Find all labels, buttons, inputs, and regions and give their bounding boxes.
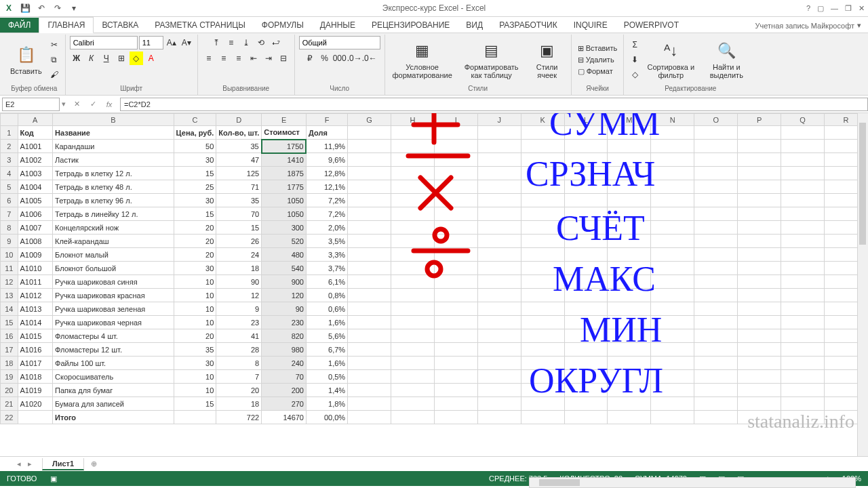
cell-C21[interactable]: 15 — [174, 397, 216, 411]
cell-C17[interactable]: 35 — [174, 343, 216, 357]
cell-E6[interactable]: 1050 — [262, 194, 307, 207]
cell-G8[interactable] — [348, 221, 391, 235]
cell-F8[interactable]: 2,0% — [306, 221, 347, 235]
cell-M8[interactable] — [608, 221, 651, 235]
cell-A18[interactable]: A1017 — [18, 357, 53, 370]
align-bottom-icon[interactable]: ⤓ — [239, 36, 253, 49]
cell-Q17[interactable] — [781, 343, 825, 357]
col-header-C[interactable]: C — [174, 114, 216, 126]
cell-N12[interactable] — [651, 275, 694, 289]
cell-C14[interactable]: 10 — [174, 302, 216, 316]
cell-B11[interactable]: Блокнот большой — [53, 262, 174, 275]
cell-F14[interactable]: 0,6% — [306, 302, 347, 316]
cell-L22[interactable] — [564, 411, 608, 424]
cell-D16[interactable]: 41 — [216, 329, 262, 343]
font-size-select[interactable] — [139, 36, 163, 49]
cell-Q20[interactable] — [781, 384, 825, 397]
cell-O10[interactable] — [694, 248, 738, 262]
fx-icon[interactable]: fx — [102, 98, 117, 111]
cell-B15[interactable]: Ручка шариковая черная — [53, 316, 174, 329]
cell-C8[interactable]: 20 — [174, 221, 216, 235]
cell-L12[interactable] — [564, 275, 608, 289]
font-name-select[interactable] — [70, 36, 138, 49]
row-header-17[interactable]: 17 — [1, 343, 18, 357]
cell-A22[interactable] — [18, 411, 53, 424]
cell-H21[interactable] — [391, 397, 435, 411]
cell-K2[interactable] — [521, 140, 564, 153]
cell-M12[interactable] — [608, 275, 651, 289]
cell-J19[interactable] — [477, 370, 521, 384]
fill-icon[interactable]: ⬇ — [628, 53, 642, 66]
cell-F3[interactable]: 9,6% — [306, 153, 347, 167]
italic-button[interactable]: К — [85, 52, 98, 65]
cell-I15[interactable] — [434, 316, 477, 329]
cell-K12[interactable] — [521, 275, 564, 289]
tab-formulas[interactable]: ФОРМУЛЫ — [254, 18, 312, 33]
cell-Q19[interactable] — [781, 370, 825, 384]
cell-C6[interactable]: 30 — [174, 194, 216, 207]
cell-B16[interactable]: Фломастеры 4 шт. — [53, 329, 174, 343]
cell-E1[interactable]: Стоимост — [262, 126, 307, 140]
col-header-K[interactable]: K — [521, 114, 564, 126]
maximize-icon[interactable]: ❐ — [845, 4, 852, 13]
row-header-18[interactable]: 18 — [1, 357, 18, 370]
cell-Q5[interactable] — [781, 180, 825, 194]
cell-D12[interactable]: 90 — [216, 275, 262, 289]
cell-D21[interactable]: 18 — [216, 397, 262, 411]
cell-L4[interactable] — [564, 167, 608, 180]
sheet-tab-1[interactable]: Лист1 — [42, 458, 84, 470]
cell-C9[interactable]: 20 — [174, 235, 216, 248]
cell-K16[interactable] — [521, 329, 564, 343]
tab-powerpivot[interactable]: POWERPIVOT — [616, 18, 687, 33]
cell-J3[interactable] — [477, 153, 521, 167]
cell-E2[interactable]: 1750 — [262, 140, 307, 153]
cell-M16[interactable] — [608, 329, 651, 343]
cell-P17[interactable] — [738, 343, 781, 357]
cell-O17[interactable] — [694, 343, 738, 357]
col-header-F[interactable]: F — [306, 114, 347, 126]
cell-H1[interactable] — [391, 126, 435, 140]
cell-E10[interactable]: 480 — [262, 248, 307, 262]
cell-E18[interactable]: 240 — [262, 357, 307, 370]
indent-increase-icon[interactable]: ⇥ — [262, 52, 275, 65]
cell-I11[interactable] — [434, 262, 477, 275]
cell-G15[interactable] — [348, 316, 391, 329]
cell-D7[interactable]: 70 — [216, 207, 262, 221]
name-box[interactable]: E2 — [2, 98, 60, 111]
row-header-4[interactable]: 4 — [1, 167, 18, 180]
cell-P2[interactable] — [738, 140, 781, 153]
cell-A17[interactable]: A1016 — [18, 343, 53, 357]
cell-D4[interactable]: 125 — [216, 167, 262, 180]
cell-O6[interactable] — [694, 194, 738, 207]
cell-D15[interactable]: 23 — [216, 316, 262, 329]
align-center-icon[interactable]: ≡ — [217, 52, 231, 65]
cell-E3[interactable]: 1410 — [262, 153, 307, 167]
cell-O21[interactable] — [694, 397, 738, 411]
cell-O9[interactable] — [694, 235, 738, 248]
cell-N16[interactable] — [651, 329, 694, 343]
cell-G20[interactable] — [348, 384, 391, 397]
horizontal-scrollbar[interactable] — [529, 477, 856, 488]
cell-M5[interactable] — [608, 180, 651, 194]
cell-L5[interactable] — [564, 180, 608, 194]
cell-F19[interactable]: 0,5% — [306, 370, 347, 384]
cell-Q18[interactable] — [781, 357, 825, 370]
cell-J1[interactable] — [477, 126, 521, 140]
cell-F11[interactable]: 3,7% — [306, 262, 347, 275]
cell-H12[interactable] — [391, 275, 435, 289]
orientation-icon[interactable]: ⟲ — [254, 36, 268, 49]
indent-decrease-icon[interactable]: ⇤ — [247, 52, 260, 65]
cell-A11[interactable]: A1010 — [18, 262, 53, 275]
cell-K6[interactable] — [521, 194, 564, 207]
cell-M7[interactable] — [608, 207, 651, 221]
autosum-icon[interactable]: Σ — [628, 38, 642, 52]
cell-M19[interactable] — [608, 370, 651, 384]
cell-L16[interactable] — [564, 329, 608, 343]
cell-G18[interactable] — [348, 357, 391, 370]
cell-M6[interactable] — [608, 194, 651, 207]
row-header-20[interactable]: 20 — [1, 384, 18, 397]
tab-data[interactable]: ДАННЫЕ — [312, 18, 363, 33]
cell-D3[interactable]: 47 — [216, 153, 262, 167]
cell-H2[interactable] — [391, 140, 435, 153]
cell-M14[interactable] — [608, 302, 651, 316]
